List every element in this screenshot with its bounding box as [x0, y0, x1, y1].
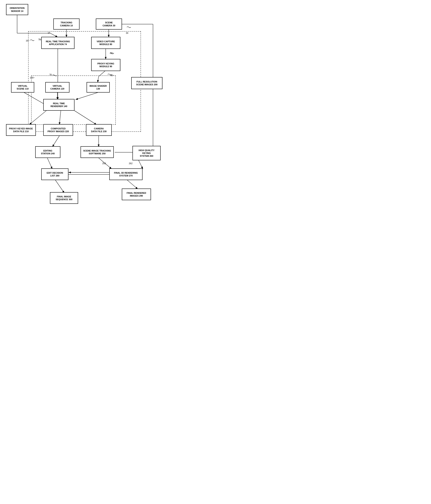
final-rendered-box: FINAL RENDERED IMAGES 290: [122, 189, 151, 200]
orientation-sensor-box: ORIENTATION SENSOR 14: [6, 4, 28, 15]
virtual-scene-box: VIRTUAL SCENE 110: [11, 82, 34, 92]
proxy-keying-box: PROXY KEYING MODULE 90: [91, 59, 120, 71]
final-image-sequence-box: FINAL IMAGE SEQUENCE 300: [50, 192, 78, 204]
composited-proxy-box: COMPOSITED PROXY IMAGES 220: [43, 124, 73, 136]
ref-70-label: 70: [38, 38, 41, 41]
ref-14-label: 14: [48, 32, 50, 34]
svg-line-31: [47, 158, 52, 169]
svg-line-19: [59, 111, 61, 125]
ref-100-label: 100~: [30, 76, 35, 79]
svg-line-29: [127, 180, 138, 189]
final-3d-rendering-box: FINAL 3D RENDERING SYSTEM 270: [109, 168, 143, 180]
high-quality-keying-box: HIGH QUALITY KEYING SYSTEM 260: [132, 146, 161, 160]
proxy-keyed-box: PROXY KEYED IMAGE DATA FILE 210: [6, 124, 36, 136]
ref-82-label: 82~: [110, 52, 114, 54]
svg-line-13: [98, 76, 99, 82]
svg-line-30: [55, 180, 64, 193]
image-shader-box: IMAGE SHADER 130: [87, 82, 110, 92]
ref-76-label: 76 ~: [49, 73, 54, 76]
svg-line-12: [99, 71, 106, 76]
ref-34-label: 34: [126, 32, 128, 34]
real-time-renderer-box: REAL TIME RENDERER 140: [43, 99, 74, 111]
flow-arrows: [0, 0, 181, 211]
real-time-tracking-box: REAL TIME TRACKING APPLICATION 74: [41, 37, 74, 49]
camera-data-box: CAMERA DATA FILE 230: [86, 124, 112, 136]
ref-92-label: 92~: [110, 74, 114, 76]
diagram: ORIENTATION SENSOR 14 TRACKING CAMERA 10…: [0, 0, 181, 211]
svg-line-4: [50, 33, 58, 37]
virtual-camera-box: VIRTUAL CAMERA 120: [45, 82, 69, 92]
scene-image-tracking-box: SCENE IMAGE TRACKING SOFTWARE 250: [81, 146, 114, 158]
svg-line-21: [52, 136, 59, 147]
svg-line-15: [24, 92, 46, 105]
svg-line-20: [74, 111, 97, 125]
ref-16-label: 16~: [26, 39, 30, 42]
svg-line-17: [75, 92, 98, 99]
editing-station-box: EDITING STATION 240: [35, 146, 60, 158]
full-resolution-box: FULL RESOLUTION SCENE IMAGES 200: [131, 77, 163, 89]
scene-camera-box: SCENE CAMERA 30: [96, 18, 122, 30]
tracking-camera-box: TRACKING CAMERA 10: [53, 18, 80, 30]
video-capture-box: VIDEO CAPTURE MODULE 80: [91, 37, 120, 49]
ref-262-label: 262: [129, 162, 132, 165]
svg-line-18: [29, 111, 46, 125]
edit-decision-box: EDIT DECISION LIST 280: [41, 168, 68, 180]
ref-252-label: 252: [102, 162, 106, 165]
